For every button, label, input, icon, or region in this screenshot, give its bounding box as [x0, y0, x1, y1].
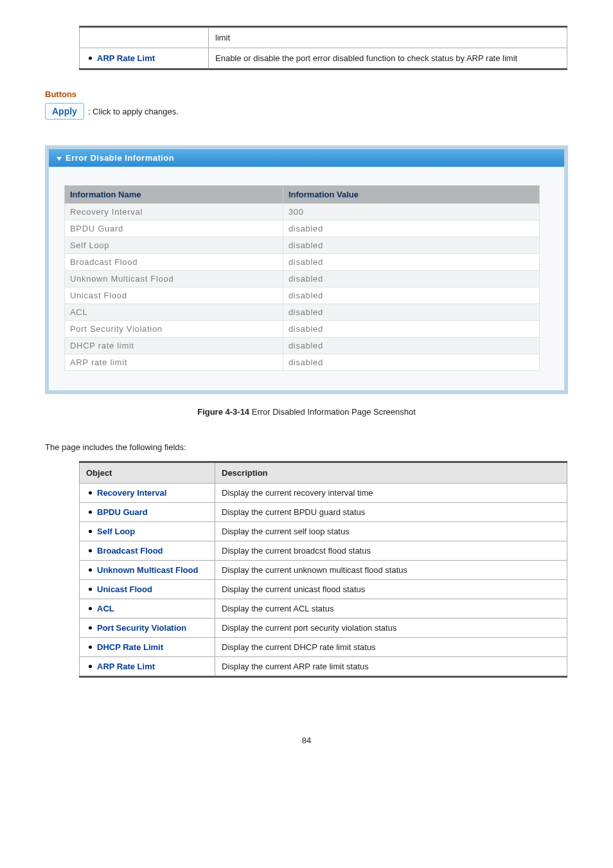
desc-cell-object: Port Security Violation — [80, 619, 215, 638]
info-cell-value: disabled — [283, 321, 539, 338]
caret-down-icon — [57, 157, 62, 161]
desc-cell-description: Display the current ARP rate limit statu… — [215, 657, 567, 677]
info-header-value: Information Value — [283, 186, 539, 204]
top-continuation-table: limit ARP Rate Limt Enable or disable th… — [79, 26, 567, 70]
desc-cell-description: Display the current port security violat… — [215, 619, 567, 638]
bullet-icon — [89, 626, 92, 629]
info-cell-value: disabled — [283, 338, 539, 354]
desc-cell-object: Recovery Interval — [80, 484, 215, 503]
top-row1-left-blank — [80, 27, 209, 48]
table-row: limit — [80, 27, 567, 48]
desc-cell-object: ACL — [80, 599, 215, 619]
info-cell-value: disabled — [283, 254, 539, 271]
table-row: Unknown Multicast Flooddisabled — [65, 271, 540, 287]
bullet-icon — [89, 511, 92, 514]
top-row1-right: limit — [209, 27, 567, 48]
info-cell-value: disabled — [283, 271, 539, 287]
apply-note: : Click to apply changes. — [88, 107, 179, 116]
info-cell-name: Broadcast Flood — [65, 254, 283, 271]
bullet-icon — [89, 491, 92, 494]
info-cell-name: Unicast Flood — [65, 287, 283, 304]
table-row: Broadcast Flooddisabled — [65, 254, 540, 271]
info-cell-value: 300 — [283, 204, 539, 221]
table-row: Port Security Violationdisabled — [65, 321, 540, 338]
desc-cell-object: DHCP Rate Limit — [80, 638, 215, 657]
panel-title: Error Disable Information — [66, 153, 174, 163]
figure-caption-text: Error Disabled Information Page Screensh… — [249, 407, 416, 417]
figure-number: Figure 4-3-14 — [197, 407, 249, 417]
description-table: Object Description Recovery IntervalDisp… — [79, 461, 567, 678]
table-row: Recovery IntervalDisplay the current rec… — [80, 484, 567, 503]
desc-cell-description: Display the current self loop status — [215, 522, 567, 541]
info-cell-name: Recovery Interval — [65, 204, 283, 221]
table-row: Unicast Flooddisabled — [65, 287, 540, 304]
desc-cell-object: BPDU Guard — [80, 503, 215, 522]
info-cell-name: ACL — [65, 304, 283, 321]
buttons-heading: Buttons — [45, 89, 568, 99]
info-cell-name: DHCP rate limit — [65, 338, 283, 354]
bullet-icon — [89, 57, 92, 60]
info-cell-value: disabled — [283, 304, 539, 321]
error-disable-info-table: Information Name Information Value Recov… — [64, 185, 540, 371]
arp-rate-limit-desc: Enable or disable the port error disable… — [209, 48, 567, 69]
table-row: Self LoopDisplay the current self loop s… — [80, 522, 567, 541]
info-cell-name: Unknown Multicast Flood — [65, 271, 283, 287]
table-row: ARP Rate Limt Enable or disable the port… — [80, 48, 567, 69]
bullet-icon — [89, 549, 92, 552]
info-cell-name: Port Security Violation — [65, 321, 283, 338]
table-row: ARP Rate LimtDisplay the current ARP rat… — [80, 657, 567, 677]
table-row: Unicast FloodDisplay the current unicast… — [80, 580, 567, 599]
page-number: 84 — [45, 736, 568, 745]
arp-rate-limit-label: ARP Rate Limt — [80, 48, 209, 69]
table-row: BPDU GuardDisplay the current BPDU guard… — [80, 503, 567, 522]
info-cell-value: disabled — [283, 221, 539, 237]
desc-cell-object: ARP Rate Limt — [80, 657, 215, 677]
figure-caption: Figure 4-3-14 Error Disabled Information… — [45, 407, 568, 417]
info-cell-name: ARP rate limit — [65, 354, 283, 371]
bullet-icon — [89, 665, 92, 668]
table-row: DHCP rate limitdisabled — [65, 338, 540, 354]
info-cell-value: disabled — [283, 287, 539, 304]
apply-button[interactable]: Apply — [45, 103, 84, 120]
bullet-icon — [89, 607, 92, 610]
table-row: Port Security ViolationDisplay the curre… — [80, 619, 567, 638]
bullet-icon — [89, 568, 92, 572]
info-cell-name: BPDU Guard — [65, 221, 283, 237]
bullet-icon — [89, 588, 92, 591]
table-row: ACLDisplay the current ACL status — [80, 599, 567, 619]
info-header-name: Information Name — [65, 186, 283, 204]
desc-header-description: Description — [215, 462, 567, 484]
fields-intro: The page includes the following fields: — [45, 442, 568, 452]
desc-cell-description: Display the current broadcst flood statu… — [215, 541, 567, 561]
bullet-icon — [89, 646, 92, 649]
desc-cell-description: Display the current unicast flood status — [215, 580, 567, 599]
table-row: ARP rate limitdisabled — [65, 354, 540, 371]
bullet-icon — [89, 530, 92, 533]
desc-cell-description: Display the current ACL status — [215, 599, 567, 619]
figure-screenshot: Error Disable Information Information Na… — [45, 145, 568, 394]
desc-cell-object: Unknown Multicast Flood — [80, 561, 215, 580]
info-cell-value: disabled — [283, 354, 539, 371]
table-row: Broadcast FloodDisplay the current broad… — [80, 541, 567, 561]
desc-cell-description: Display the current BPDU guard status — [215, 503, 567, 522]
desc-cell-object: Self Loop — [80, 522, 215, 541]
info-cell-value: disabled — [283, 237, 539, 254]
desc-cell-object: Unicast Flood — [80, 580, 215, 599]
desc-header-object: Object — [80, 462, 215, 484]
table-row: BPDU Guarddisabled — [65, 221, 540, 237]
info-cell-name: Self Loop — [65, 237, 283, 254]
table-row: ACLdisabled — [65, 304, 540, 321]
table-row: DHCP Rate LimitDisplay the current DHCP … — [80, 638, 567, 657]
desc-cell-object: Broadcast Flood — [80, 541, 215, 561]
table-row: Self Loopdisabled — [65, 237, 540, 254]
desc-cell-description: Display the current DHCP rate limit stat… — [215, 638, 567, 657]
table-row: Unknown Multicast FloodDisplay the curre… — [80, 561, 567, 580]
desc-cell-description: Display the current unknown multicast fl… — [215, 561, 567, 580]
panel-header[interactable]: Error Disable Information — [49, 149, 564, 167]
desc-cell-description: Display the current recovery interval ti… — [215, 484, 567, 503]
table-row: Recovery Interval300 — [65, 204, 540, 221]
